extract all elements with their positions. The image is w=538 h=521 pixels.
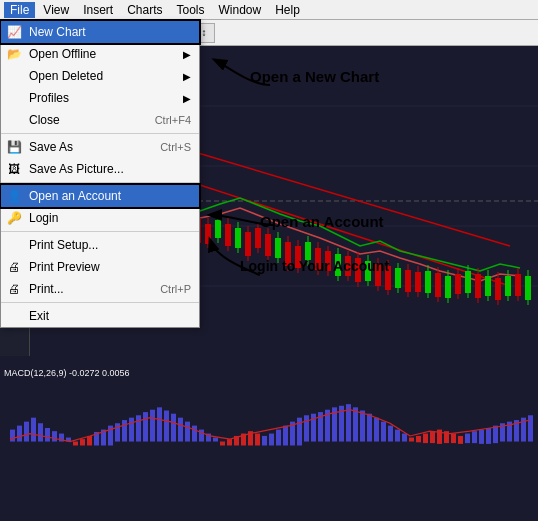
svg-rect-127 — [150, 410, 155, 442]
svg-rect-159 — [374, 418, 379, 442]
svg-rect-138 — [227, 439, 232, 445]
svg-rect-113 — [52, 431, 57, 441]
open-offline-icon: 📂 — [5, 45, 23, 63]
svg-rect-167 — [430, 431, 435, 443]
login-icon: 🔑 — [5, 209, 23, 227]
svg-rect-133 — [192, 426, 197, 442]
svg-rect-112 — [45, 428, 50, 442]
menu-item-profiles[interactable]: Profiles ▶ — [1, 87, 199, 109]
svg-rect-130 — [171, 414, 176, 442]
svg-rect-124 — [129, 418, 134, 442]
menu-item-print-setup[interactable]: Print Setup... — [1, 234, 199, 256]
svg-rect-158 — [367, 414, 372, 442]
svg-rect-136 — [213, 438, 218, 442]
menu-separator-4 — [1, 302, 199, 303]
svg-rect-156 — [353, 407, 358, 441]
menu-view[interactable]: View — [37, 2, 75, 18]
menu-insert[interactable]: Insert — [77, 2, 119, 18]
svg-rect-149 — [304, 415, 309, 441]
svg-rect-145 — [276, 430, 281, 446]
picture-icon: 🖼 — [5, 160, 23, 178]
svg-rect-160 — [381, 422, 386, 442]
print-icon: 🖨 — [5, 280, 23, 298]
svg-rect-143 — [262, 436, 267, 446]
svg-rect-175 — [486, 428, 491, 444]
submenu-arrow-2: ▶ — [183, 71, 191, 82]
menu-charts[interactable]: Charts — [121, 2, 168, 18]
svg-rect-111 — [38, 423, 43, 441]
menu-tools[interactable]: Tools — [171, 2, 211, 18]
svg-rect-131 — [178, 418, 183, 442]
svg-rect-176 — [493, 426, 498, 443]
menu-item-new-chart[interactable]: 📈 New Chart — [1, 21, 199, 43]
svg-rect-166 — [423, 434, 428, 444]
menu-separator-3 — [1, 231, 199, 232]
submenu-arrow-3: ▶ — [183, 93, 191, 104]
svg-rect-109 — [24, 422, 29, 442]
menu-item-save-picture[interactable]: 🖼 Save As Picture... — [1, 158, 199, 180]
macd-label: MACD(12,26,9) -0.0272 0.0056 — [4, 368, 130, 378]
svg-rect-137 — [220, 442, 225, 446]
svg-rect-170 — [451, 434, 456, 444]
svg-rect-108 — [17, 426, 22, 442]
svg-rect-116 — [73, 442, 78, 446]
svg-rect-165 — [416, 436, 421, 442]
svg-rect-125 — [136, 415, 141, 441]
svg-rect-117 — [80, 439, 85, 445]
svg-rect-174 — [479, 430, 484, 444]
macd-area: MACD(12,26,9) -0.0272 0.0056 — [0, 366, 538, 521]
svg-rect-161 — [388, 426, 393, 442]
menu-item-open-deleted[interactable]: Open Deleted ▶ — [1, 65, 199, 87]
menu-item-save-as[interactable]: 💾 Save As Ctrl+S — [1, 136, 199, 158]
macd-svg — [0, 366, 538, 521]
svg-rect-171 — [458, 436, 463, 444]
menu-separator-2 — [1, 182, 199, 183]
svg-rect-148 — [297, 418, 302, 446]
svg-rect-162 — [395, 430, 400, 442]
svg-rect-110 — [31, 418, 36, 442]
svg-rect-157 — [360, 411, 365, 442]
svg-rect-142 — [255, 434, 260, 446]
menu-item-print-preview[interactable]: 🖨 Print Preview — [1, 256, 199, 278]
menu-window[interactable]: Window — [213, 2, 268, 18]
menu-item-close[interactable]: Close Ctrl+F4 — [1, 109, 199, 131]
svg-rect-129 — [164, 411, 169, 442]
file-dropdown-menu: 📈 New Chart 📂 Open Offline ▶ Open Delete… — [0, 20, 200, 328]
submenu-arrow: ▶ — [183, 49, 191, 60]
preview-icon: 🖨 — [5, 258, 23, 276]
menu-item-login[interactable]: 🔑 Login — [1, 207, 199, 229]
svg-rect-126 — [143, 412, 148, 441]
svg-rect-123 — [122, 420, 127, 441]
svg-rect-181 — [528, 415, 533, 441]
svg-rect-164 — [409, 438, 414, 442]
svg-rect-128 — [157, 407, 162, 441]
svg-rect-122 — [115, 423, 120, 441]
svg-rect-146 — [283, 426, 288, 446]
menu-item-open-offline[interactable]: 📂 Open Offline ▶ — [1, 43, 199, 65]
svg-rect-132 — [185, 422, 190, 442]
account-icon: 👤 — [5, 187, 23, 205]
menu-help[interactable]: Help — [269, 2, 306, 18]
new-chart-icon: 📈 — [5, 23, 23, 41]
menu-separator-1 — [1, 133, 199, 134]
menu-file[interactable]: File — [4, 2, 35, 18]
menu-item-exit[interactable]: Exit — [1, 305, 199, 327]
save-icon: 💾 — [5, 138, 23, 156]
svg-rect-107 — [10, 430, 15, 442]
svg-rect-118 — [87, 436, 92, 446]
svg-rect-172 — [465, 434, 470, 444]
menu-item-print[interactable]: 🖨 Print... Ctrl+P — [1, 278, 199, 300]
svg-rect-163 — [402, 434, 407, 442]
svg-rect-173 — [472, 431, 477, 443]
menu-bar: File View Insert Charts Tools Window Hel… — [0, 0, 538, 20]
menu-item-open-account[interactable]: 👤 Open an Account — [1, 185, 199, 207]
svg-rect-144 — [269, 434, 274, 446]
